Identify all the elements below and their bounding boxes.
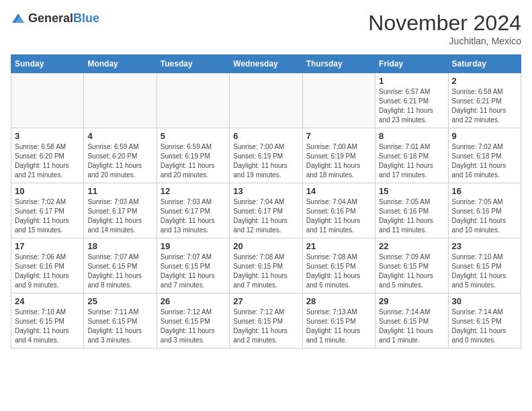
day-detail: Sunrise: 6:59 AM Sunset: 6:20 PM Dayligh… bbox=[87, 142, 152, 180]
calendar-cell bbox=[157, 73, 229, 128]
title-area: November 2024 Juchitlan, Mexico bbox=[368, 11, 521, 46]
calendar-cell: 7Sunrise: 7:00 AM Sunset: 6:19 PM Daylig… bbox=[302, 128, 375, 183]
weekday-header: Monday bbox=[84, 55, 157, 73]
day-detail: Sunrise: 7:05 AM Sunset: 6:16 PM Dayligh… bbox=[452, 197, 517, 235]
calendar-cell: 15Sunrise: 7:05 AM Sunset: 6:16 PM Dayli… bbox=[375, 183, 448, 238]
day-number: 30 bbox=[452, 296, 517, 306]
calendar-cell: 27Sunrise: 7:12 AM Sunset: 6:15 PM Dayli… bbox=[230, 293, 302, 349]
day-number: 20 bbox=[233, 241, 298, 251]
calendar-cell: 13Sunrise: 7:04 AM Sunset: 6:17 PM Dayli… bbox=[230, 183, 302, 238]
day-number: 11 bbox=[87, 186, 152, 196]
day-number: 26 bbox=[161, 296, 226, 306]
calendar-cell: 23Sunrise: 7:10 AM Sunset: 6:15 PM Dayli… bbox=[448, 238, 521, 293]
day-detail: Sunrise: 7:02 AM Sunset: 6:18 PM Dayligh… bbox=[452, 142, 517, 180]
calendar-cell: 4Sunrise: 6:59 AM Sunset: 6:20 PM Daylig… bbox=[84, 128, 157, 183]
day-detail: Sunrise: 7:07 AM Sunset: 6:15 PM Dayligh… bbox=[161, 253, 226, 290]
day-detail: Sunrise: 7:10 AM Sunset: 6:15 PM Dayligh… bbox=[15, 308, 80, 345]
day-number: 27 bbox=[233, 296, 298, 306]
day-number: 5 bbox=[161, 131, 226, 141]
logo: GeneralBlue bbox=[11, 11, 99, 26]
day-number: 9 bbox=[452, 131, 517, 141]
calendar-cell: 22Sunrise: 7:09 AM Sunset: 6:15 PM Dayli… bbox=[375, 238, 448, 293]
calendar-week-row: 17Sunrise: 7:06 AM Sunset: 6:16 PM Dayli… bbox=[11, 238, 521, 293]
day-number: 4 bbox=[87, 131, 152, 141]
day-number: 17 bbox=[15, 241, 80, 251]
day-detail: Sunrise: 6:59 AM Sunset: 6:19 PM Dayligh… bbox=[161, 142, 226, 180]
calendar-cell bbox=[11, 73, 84, 128]
location-subtitle: Juchitlan, Mexico bbox=[368, 36, 521, 46]
day-number: 22 bbox=[379, 241, 444, 251]
month-title: November 2024 bbox=[368, 11, 521, 36]
day-detail: Sunrise: 7:03 AM Sunset: 6:17 PM Dayligh… bbox=[161, 197, 226, 235]
day-number: 24 bbox=[15, 296, 80, 306]
calendar-cell: 28Sunrise: 7:13 AM Sunset: 6:15 PM Dayli… bbox=[302, 293, 375, 349]
day-detail: Sunrise: 7:03 AM Sunset: 6:17 PM Dayligh… bbox=[87, 197, 152, 235]
day-number: 10 bbox=[15, 186, 80, 196]
weekday-header-row: SundayMondayTuesdayWednesdayThursdayFrid… bbox=[11, 55, 521, 73]
header: GeneralBlue November 2024 Juchitlan, Mex… bbox=[11, 11, 521, 46]
day-detail: Sunrise: 7:00 AM Sunset: 6:19 PM Dayligh… bbox=[233, 142, 298, 180]
calendar-cell: 11Sunrise: 7:03 AM Sunset: 6:17 PM Dayli… bbox=[84, 183, 157, 238]
calendar-cell: 30Sunrise: 7:14 AM Sunset: 6:15 PM Dayli… bbox=[448, 293, 521, 349]
day-number: 7 bbox=[306, 131, 371, 141]
day-detail: Sunrise: 7:13 AM Sunset: 6:15 PM Dayligh… bbox=[306, 308, 371, 345]
day-detail: Sunrise: 7:12 AM Sunset: 6:15 PM Dayligh… bbox=[161, 308, 226, 345]
day-number: 15 bbox=[379, 186, 444, 196]
day-number: 2 bbox=[452, 76, 517, 86]
calendar-cell: 24Sunrise: 7:10 AM Sunset: 6:15 PM Dayli… bbox=[11, 293, 84, 349]
day-detail: Sunrise: 7:08 AM Sunset: 6:15 PM Dayligh… bbox=[306, 253, 371, 290]
day-detail: Sunrise: 6:58 AM Sunset: 6:21 PM Dayligh… bbox=[452, 87, 517, 125]
calendar-cell: 14Sunrise: 7:04 AM Sunset: 6:16 PM Dayli… bbox=[302, 183, 375, 238]
day-number: 13 bbox=[233, 186, 298, 196]
logo-icon bbox=[11, 11, 26, 26]
day-detail: Sunrise: 7:07 AM Sunset: 6:15 PM Dayligh… bbox=[87, 253, 152, 290]
logo-general: General bbox=[28, 11, 73, 25]
day-number: 3 bbox=[15, 131, 80, 141]
calendar-cell: 17Sunrise: 7:06 AM Sunset: 6:16 PM Dayli… bbox=[11, 238, 84, 293]
day-number: 25 bbox=[87, 296, 152, 306]
day-number: 8 bbox=[379, 131, 444, 141]
calendar-cell bbox=[230, 73, 302, 128]
weekday-header: Tuesday bbox=[157, 55, 229, 73]
calendar-cell: 1Sunrise: 6:57 AM Sunset: 6:21 PM Daylig… bbox=[375, 73, 448, 128]
calendar-cell: 8Sunrise: 7:01 AM Sunset: 6:18 PM Daylig… bbox=[375, 128, 448, 183]
calendar-cell: 21Sunrise: 7:08 AM Sunset: 6:15 PM Dayli… bbox=[302, 238, 375, 293]
calendar-table: SundayMondayTuesdayWednesdayThursdayFrid… bbox=[11, 54, 521, 349]
weekday-header: Wednesday bbox=[230, 55, 302, 73]
day-detail: Sunrise: 7:09 AM Sunset: 6:15 PM Dayligh… bbox=[379, 253, 444, 290]
calendar-cell: 5Sunrise: 6:59 AM Sunset: 6:19 PM Daylig… bbox=[157, 128, 229, 183]
day-detail: Sunrise: 6:57 AM Sunset: 6:21 PM Dayligh… bbox=[379, 87, 444, 125]
weekday-header: Saturday bbox=[448, 55, 521, 73]
calendar-cell: 18Sunrise: 7:07 AM Sunset: 6:15 PM Dayli… bbox=[84, 238, 157, 293]
weekday-header: Thursday bbox=[302, 55, 375, 73]
calendar-cell: 12Sunrise: 7:03 AM Sunset: 6:17 PM Dayli… bbox=[157, 183, 229, 238]
day-number: 23 bbox=[452, 241, 517, 251]
day-number: 29 bbox=[379, 296, 444, 306]
day-detail: Sunrise: 7:01 AM Sunset: 6:18 PM Dayligh… bbox=[379, 142, 444, 180]
day-detail: Sunrise: 6:58 AM Sunset: 6:20 PM Dayligh… bbox=[15, 142, 80, 180]
day-detail: Sunrise: 7:05 AM Sunset: 6:16 PM Dayligh… bbox=[379, 197, 444, 235]
calendar-cell: 2Sunrise: 6:58 AM Sunset: 6:21 PM Daylig… bbox=[448, 73, 521, 128]
day-detail: Sunrise: 7:04 AM Sunset: 6:16 PM Dayligh… bbox=[306, 197, 371, 235]
day-detail: Sunrise: 7:14 AM Sunset: 6:15 PM Dayligh… bbox=[379, 308, 444, 345]
day-detail: Sunrise: 7:12 AM Sunset: 6:15 PM Dayligh… bbox=[233, 308, 298, 345]
calendar-cell: 19Sunrise: 7:07 AM Sunset: 6:15 PM Dayli… bbox=[157, 238, 229, 293]
calendar-cell: 25Sunrise: 7:11 AM Sunset: 6:15 PM Dayli… bbox=[84, 293, 157, 349]
day-number: 14 bbox=[306, 186, 371, 196]
day-detail: Sunrise: 7:02 AM Sunset: 6:17 PM Dayligh… bbox=[15, 197, 80, 235]
calendar-cell: 20Sunrise: 7:08 AM Sunset: 6:15 PM Dayli… bbox=[230, 238, 302, 293]
day-number: 6 bbox=[233, 131, 298, 141]
calendar-cell: 10Sunrise: 7:02 AM Sunset: 6:17 PM Dayli… bbox=[11, 183, 84, 238]
calendar-cell bbox=[84, 73, 157, 128]
day-detail: Sunrise: 7:10 AM Sunset: 6:15 PM Dayligh… bbox=[452, 253, 517, 290]
calendar-week-row: 10Sunrise: 7:02 AM Sunset: 6:17 PM Dayli… bbox=[11, 183, 521, 238]
calendar-cell: 9Sunrise: 7:02 AM Sunset: 6:18 PM Daylig… bbox=[448, 128, 521, 183]
day-number: 18 bbox=[87, 241, 152, 251]
logo-blue: Blue bbox=[73, 11, 99, 25]
weekday-header: Friday bbox=[375, 55, 448, 73]
day-number: 16 bbox=[452, 186, 517, 196]
calendar-week-row: 1Sunrise: 6:57 AM Sunset: 6:21 PM Daylig… bbox=[11, 73, 521, 128]
calendar-week-row: 24Sunrise: 7:10 AM Sunset: 6:15 PM Dayli… bbox=[11, 293, 521, 349]
day-detail: Sunrise: 7:00 AM Sunset: 6:19 PM Dayligh… bbox=[306, 142, 371, 180]
day-number: 12 bbox=[161, 186, 226, 196]
